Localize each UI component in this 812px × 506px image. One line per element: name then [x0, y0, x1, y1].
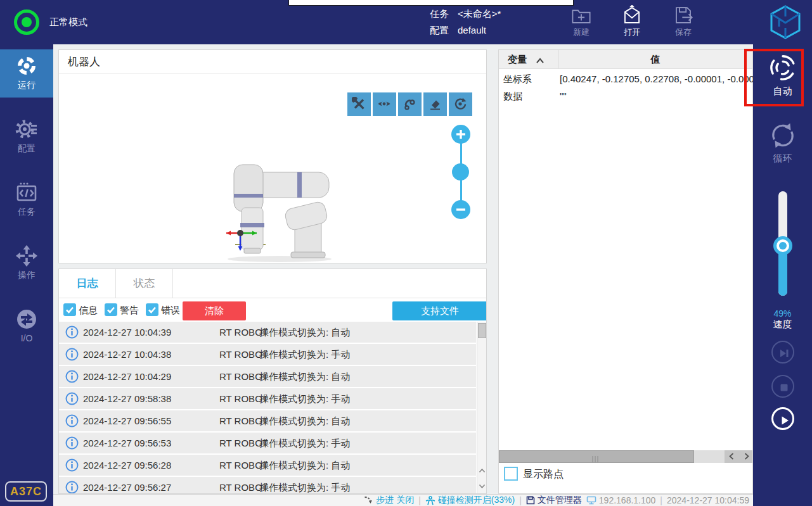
task-label: 任务: [430, 6, 449, 22]
view-tools-button[interactable]: [347, 92, 371, 116]
log-message: 操作模式切换为: 自动: [259, 410, 350, 431]
view-reset-rotate-button[interactable]: [449, 92, 472, 116]
tab-log[interactable]: 日志: [59, 269, 116, 298]
loop-button[interactable]: 循环: [753, 120, 812, 165]
filter-warning-checkbox[interactable]: [105, 303, 117, 316]
zoom-slider-handle[interactable]: [452, 163, 469, 180]
horizontal-scrollbar[interactable]: [499, 450, 752, 463]
scroll-right-button[interactable]: [742, 452, 751, 460]
top-overlay-strip: [288, 0, 574, 6]
speed-slider-handle[interactable]: [773, 236, 792, 255]
collision-status[interactable]: 碰撞检测开启(33%): [425, 495, 515, 506]
file-manager-button[interactable]: 文件管理器: [526, 495, 582, 506]
log-message: 操作模式切换为: 手动: [259, 477, 350, 494]
robot-3d-view[interactable]: [216, 156, 337, 263]
open-file-icon: [612, 5, 652, 25]
log-row[interactable]: 2024-12-27 09:56:28RT ROBOT操作模式切换为: 自动: [59, 455, 476, 476]
collapse-caret-icon[interactable]: [536, 56, 545, 63]
log-time: 2024-12-27 09:56:28: [83, 455, 171, 476]
log-message: 操作模式切换为: 自动: [259, 322, 350, 343]
log-time: 2024-12-27 10:04:39: [83, 322, 171, 343]
variable-row[interactable]: 坐标系 [0.40247, -0.12705, 0.22708, -0.0000…: [499, 70, 752, 87]
tab-status[interactable]: 状态: [116, 269, 173, 298]
sidebar-item-run[interactable]: 运行: [0, 49, 53, 98]
log-row[interactable]: 2024-12-27 10:04:38RT ROBOT操作模式切换为: 手动: [59, 344, 476, 365]
network-monitor-icon: [586, 496, 596, 505]
stop-button[interactable]: [771, 375, 794, 398]
support-file-button[interactable]: 支持文件: [392, 301, 487, 320]
right-sidebar: 自动 循环 49% 速度: [753, 44, 812, 506]
mode-status-indicator: [14, 9, 39, 35]
view-visibility-button[interactable]: [373, 92, 396, 116]
new-task-button[interactable]: 新建: [561, 4, 602, 38]
sidebar-item-operate[interactable]: 操作: [0, 239, 53, 288]
log-scrollbar-thumb[interactable]: [478, 323, 486, 338]
show-waypoints-label: 显示路点: [523, 467, 564, 482]
auto-mode-button[interactable]: 自动: [753, 52, 812, 98]
filter-error-checkbox[interactable]: [146, 303, 158, 316]
robot-panel: 机器人: [58, 49, 487, 263]
ip-address[interactable]: 192.168.1.100: [586, 495, 656, 505]
gear-icon: [0, 118, 53, 141]
config-label: 配置: [430, 22, 449, 39]
log-row[interactable]: 2024-12-27 09:56:55RT ROBOT操作模式切换为: 自动: [59, 410, 476, 431]
loop-label: 循环: [753, 153, 812, 165]
filter-info-label: 信息: [79, 305, 98, 317]
info-icon: [65, 326, 79, 339]
view-eraser-button[interactable]: [423, 92, 447, 116]
new-file-icon: [561, 5, 602, 25]
show-waypoints-checkbox[interactable]: [504, 467, 518, 481]
log-row[interactable]: 2024-12-27 09:56:53RT ROBOT操作模式切换为: 手动: [59, 433, 476, 453]
collision-robot-icon: [425, 496, 435, 505]
step-forward-icon: [773, 347, 793, 360]
save-task-button[interactable]: 保存: [663, 4, 704, 38]
log-time: 2024-12-27 09:56:27: [83, 477, 171, 494]
variable-table-header: 变量 值: [499, 50, 752, 69]
view-trajectory-button[interactable]: [398, 92, 422, 116]
log-row[interactable]: 2024-12-27 09:56:27RT ROBOT操作模式切换为: 手动: [59, 477, 476, 494]
log-row[interactable]: 2024-12-27 09:58:38RT ROBOT操作模式切换为: 手动: [59, 388, 476, 409]
step-forward-button[interactable]: [771, 341, 794, 364]
step-status[interactable]: 步进 关闭: [364, 495, 414, 506]
save-icon: [663, 5, 704, 25]
log-row[interactable]: 2024-12-27 10:04:39RT ROBOT操作模式切换为: 自动: [59, 322, 476, 343]
filter-warning-label: 警告: [120, 305, 139, 317]
check-icon: [146, 305, 158, 315]
file-manager-icon: [526, 496, 535, 505]
status-bar: 步进 关闭 | 碰撞检测开启(33%) | 文件管理器 192.168.1.10…: [53, 494, 753, 506]
separator: |: [519, 495, 522, 505]
sidebar-item-config[interactable]: 配置: [0, 113, 53, 161]
eye-icon: [373, 97, 396, 111]
tools-icon: [347, 97, 371, 111]
rotate-icon: [449, 97, 472, 111]
filter-info-checkbox[interactable]: [63, 303, 76, 316]
variable-value: [0.40247, -0.12705, 0.22708, -0.00001, -…: [560, 70, 765, 87]
scroll-down-button[interactable]: [477, 479, 487, 493]
variable-row[interactable]: 数据 "": [499, 87, 752, 104]
log-time: 2024-12-27 10:04:38: [83, 344, 171, 365]
zoom-out-button[interactable]: [451, 200, 470, 219]
step-icon: [364, 496, 373, 505]
info-icon: [65, 370, 79, 383]
left-sidebar: 运行 配置 任务 操作 I/O A37C: [0, 44, 53, 506]
clear-log-button[interactable]: 清除: [183, 301, 246, 320]
scroll-left-button[interactable]: [728, 452, 736, 460]
scrollbar-grip-icon: [591, 453, 599, 460]
loop-arrows-icon: [753, 120, 812, 151]
scroll-up-button[interactable]: [477, 464, 487, 478]
log-tabs: 日志 状态: [59, 269, 486, 298]
log-message: 操作模式切换为: 自动: [259, 366, 350, 387]
clock: 2024-12-27 10:04:59: [667, 495, 749, 505]
log-scrollbar[interactable]: [477, 322, 487, 494]
log-list: 2024-12-27 10:04:39RT ROBOT操作模式切换为: 自动 2…: [59, 322, 476, 494]
top-bar: 正常模式 任务<未命名>* 配置default 新建 打开 保存: [0, 0, 812, 44]
sidebar-item-io[interactable]: I/O: [0, 303, 53, 351]
zoom-in-button[interactable]: [451, 125, 470, 144]
play-icon: [773, 414, 792, 427]
sidebar-item-task[interactable]: 任务: [0, 176, 53, 224]
log-row[interactable]: 2024-12-27 10:04:29RT ROBOT操作模式切换为: 自动: [59, 366, 476, 387]
play-button[interactable]: [771, 407, 794, 430]
open-task-button[interactable]: 打开: [612, 4, 652, 38]
robot-panel-title: 机器人: [68, 54, 100, 69]
device-badge[interactable]: A37C: [5, 481, 47, 502]
